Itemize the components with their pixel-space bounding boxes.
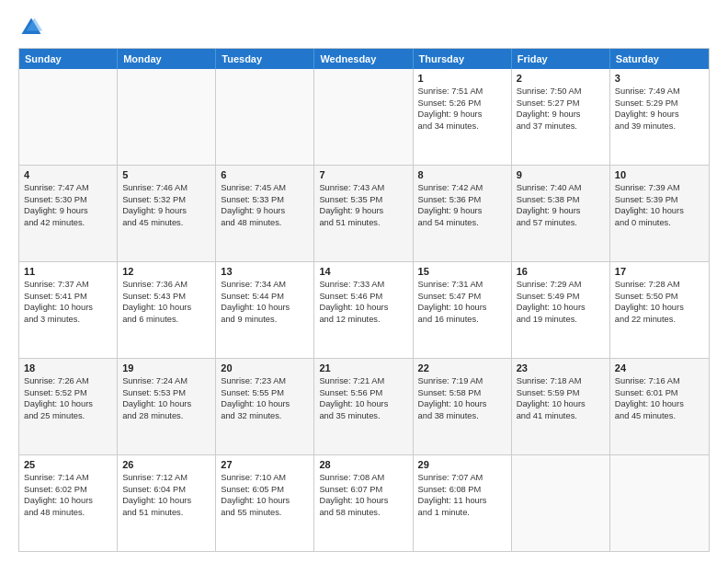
cell-info-line: Sunrise: 7:10 AM (221, 472, 309, 484)
day-cell-8: 8Sunrise: 7:42 AMSunset: 5:36 PMDaylight… (414, 166, 512, 261)
day-cell-11: 11Sunrise: 7:37 AMSunset: 5:41 PMDayligh… (19, 262, 118, 358)
cell-info-line: Sunset: 5:27 PM (517, 98, 605, 109)
header-day-tuesday: Tuesday (216, 49, 314, 69)
cell-info-line: and 32 minutes. (221, 410, 309, 422)
header-day-saturday: Saturday (610, 49, 709, 69)
empty-cell (216, 69, 314, 165)
calendar-header: SundayMondayTuesdayWednesdayThursdayFrid… (19, 49, 709, 69)
cell-info-line: and 37 minutes. (517, 121, 605, 132)
cell-info-line: Daylight: 10 hours (221, 302, 309, 314)
day-cell-2: 2Sunrise: 7:50 AMSunset: 5:27 PMDaylight… (512, 69, 610, 165)
cell-info-line: Daylight: 10 hours (615, 398, 704, 410)
cell-info-line: and 0 minutes. (615, 217, 704, 229)
day-number: 1 (418, 73, 506, 84)
cell-info-line: and 1 minute. (418, 507, 506, 519)
cell-info-line: and 57 minutes. (517, 217, 605, 229)
cell-info-line: and 54 minutes. (418, 217, 506, 229)
cell-info-line: Daylight: 10 hours (418, 398, 506, 410)
day-cell-23: 23Sunrise: 7:18 AMSunset: 5:59 PMDayligh… (512, 359, 610, 454)
day-number: 28 (319, 459, 407, 470)
cell-info-line: and 58 minutes. (319, 507, 407, 519)
cell-info-line: Sunset: 5:46 PM (319, 291, 407, 303)
day-number: 14 (319, 266, 407, 277)
day-number: 22 (418, 362, 506, 373)
header-day-wednesday: Wednesday (314, 49, 413, 69)
cell-info-line: Sunset: 5:29 PM (615, 98, 704, 109)
header-day-thursday: Thursday (414, 49, 512, 69)
cell-info-line: Sunrise: 7:16 AM (615, 375, 704, 387)
cell-info-line: Sunrise: 7:29 AM (517, 279, 605, 291)
cell-info-line: Sunrise: 7:26 AM (24, 375, 112, 387)
cell-info-line: Daylight: 10 hours (319, 398, 407, 410)
cell-info-line: Sunrise: 7:18 AM (517, 375, 605, 387)
day-number: 12 (122, 266, 210, 277)
cell-info-line: Sunrise: 7:34 AM (221, 279, 309, 291)
cell-info-line: Daylight: 10 hours (517, 398, 605, 410)
day-number: 7 (319, 169, 407, 180)
day-number: 24 (615, 362, 704, 373)
cell-info-line: Sunrise: 7:31 AM (418, 279, 506, 291)
day-cell-14: 14Sunrise: 7:33 AMSunset: 5:46 PMDayligh… (314, 262, 413, 358)
cell-info-line: Sunset: 5:53 PM (122, 387, 210, 399)
cell-info-line: Sunset: 5:33 PM (221, 194, 309, 206)
day-cell-17: 17Sunrise: 7:28 AMSunset: 5:50 PMDayligh… (610, 262, 709, 358)
day-cell-18: 18Sunrise: 7:26 AMSunset: 5:52 PMDayligh… (19, 359, 118, 454)
header-day-friday: Friday (512, 49, 610, 69)
day-cell-5: 5Sunrise: 7:46 AMSunset: 5:32 PMDaylight… (118, 166, 216, 261)
cell-info-line: and 42 minutes. (24, 217, 112, 229)
day-cell-15: 15Sunrise: 7:31 AMSunset: 5:47 PMDayligh… (414, 262, 512, 358)
cell-info-line: Daylight: 10 hours (122, 398, 210, 410)
day-number: 29 (418, 459, 506, 470)
day-number: 6 (221, 169, 309, 180)
day-cell-9: 9Sunrise: 7:40 AMSunset: 5:38 PMDaylight… (512, 166, 610, 261)
cell-info-line: Daylight: 10 hours (24, 398, 112, 410)
day-number: 8 (418, 169, 506, 180)
cell-info-line: Daylight: 9 hours (418, 205, 506, 217)
cell-info-line: Sunrise: 7:42 AM (418, 182, 506, 194)
day-number: 21 (319, 362, 407, 373)
cell-info-line: and 39 minutes. (615, 121, 704, 132)
day-number: 9 (517, 169, 605, 180)
cell-info-line: and 45 minutes. (122, 217, 210, 229)
day-cell-16: 16Sunrise: 7:29 AMSunset: 5:49 PMDayligh… (512, 262, 610, 358)
cell-info-line: Sunrise: 7:33 AM (319, 279, 407, 291)
day-cell-13: 13Sunrise: 7:34 AMSunset: 5:44 PMDayligh… (216, 262, 314, 358)
day-number: 13 (221, 266, 309, 277)
cell-info-line: and 48 minutes. (221, 217, 309, 229)
cell-info-line: Sunrise: 7:36 AM (122, 279, 210, 291)
day-cell-12: 12Sunrise: 7:36 AMSunset: 5:43 PMDayligh… (118, 262, 216, 358)
day-number: 20 (221, 362, 309, 373)
cell-info-line: Daylight: 10 hours (122, 302, 210, 314)
day-number: 2 (517, 73, 605, 84)
day-cell-29: 29Sunrise: 7:07 AMSunset: 6:08 PMDayligh… (414, 455, 512, 551)
cell-info-line: Sunrise: 7:24 AM (122, 375, 210, 387)
cell-info-line: and 28 minutes. (122, 410, 210, 422)
cell-info-line: Sunset: 5:52 PM (24, 387, 112, 399)
cell-info-line: Sunrise: 7:37 AM (24, 279, 112, 291)
cell-info-line: and 9 minutes. (221, 314, 309, 326)
calendar-row-4: 18Sunrise: 7:26 AMSunset: 5:52 PMDayligh… (19, 359, 709, 455)
day-number: 17 (615, 266, 704, 277)
cell-info-line: Sunrise: 7:51 AM (418, 86, 506, 98)
day-cell-7: 7Sunrise: 7:43 AMSunset: 5:35 PMDaylight… (314, 166, 413, 261)
cell-info-line: Daylight: 9 hours (517, 109, 605, 121)
cell-info-line: Daylight: 10 hours (122, 495, 210, 507)
header-day-monday: Monday (118, 49, 216, 69)
cell-info-line: Sunrise: 7:47 AM (24, 182, 112, 194)
cell-info-line: Sunset: 5:44 PM (221, 291, 309, 303)
cell-info-line: Daylight: 9 hours (418, 109, 506, 121)
cell-info-line: and 51 minutes. (319, 217, 407, 229)
cell-info-line: Sunset: 5:47 PM (418, 291, 506, 303)
cell-info-line: Sunset: 5:36 PM (418, 194, 506, 206)
cell-info-line: Sunrise: 7:23 AM (221, 375, 309, 387)
cell-info-line: Sunset: 5:41 PM (24, 291, 112, 303)
cell-info-line: Sunset: 5:58 PM (418, 387, 506, 399)
cell-info-line: and 41 minutes. (517, 410, 605, 422)
header (18, 15, 710, 40)
day-number: 19 (122, 362, 210, 373)
cell-info-line: Daylight: 11 hours (418, 495, 506, 507)
cell-info-line: Daylight: 9 hours (319, 205, 407, 217)
calendar-body: 1Sunrise: 7:51 AMSunset: 5:26 PMDaylight… (19, 69, 709, 551)
cell-info-line: Sunset: 6:07 PM (319, 484, 407, 496)
cell-info-line: Sunset: 5:26 PM (418, 98, 506, 109)
